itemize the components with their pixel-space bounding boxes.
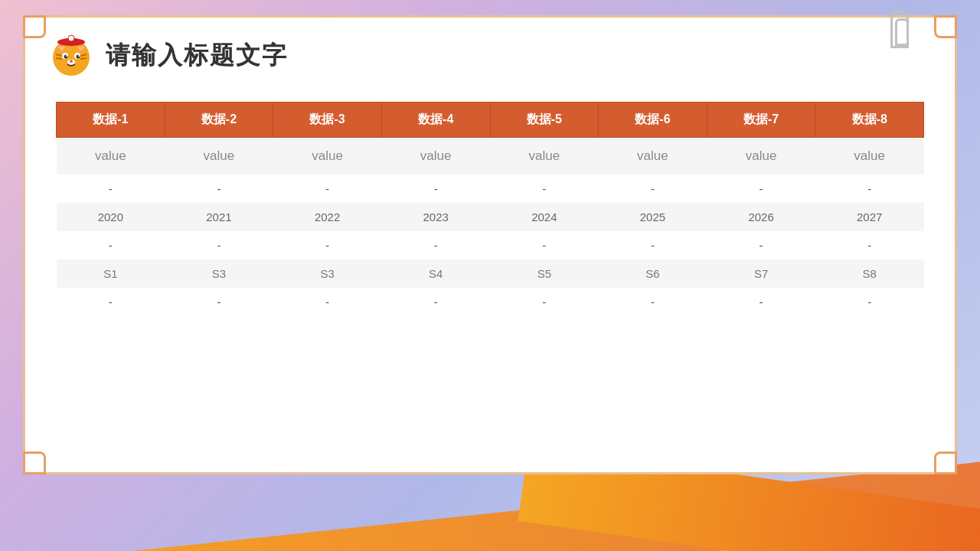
table-header-cell: 数据-5 (490, 103, 599, 138)
svg-point-8 (66, 55, 67, 57)
table-cell: 2026 (707, 203, 815, 231)
data-table: 数据-1数据-2数据-3数据-4数据-5数据-6数据-7数据-8 valueva… (56, 102, 924, 316)
table-header-cell: 数据-2 (165, 103, 273, 138)
table-cell: - (815, 288, 924, 316)
table-cell: - (165, 231, 273, 259)
table-cell: - (490, 174, 599, 203)
table-cell: - (165, 174, 273, 203)
table-cell: - (599, 288, 707, 316)
table-cell: - (381, 174, 490, 203)
svg-point-9 (78, 55, 80, 57)
table-cell: 2025 (599, 203, 707, 231)
table-cell: S8 (815, 259, 924, 288)
paperclip-decoration (890, 10, 909, 48)
table-cell: value (815, 138, 924, 175)
svg-line-13 (56, 58, 62, 59)
table-cell: - (490, 288, 599, 316)
corner-decoration-br (934, 452, 957, 474)
svg-point-11 (70, 60, 73, 63)
page-title: 请输入标题文字 (106, 39, 288, 73)
corner-decoration-tr (934, 15, 957, 38)
table-cell: value (490, 138, 599, 175)
table-header-row: 数据-1数据-2数据-3数据-4数据-5数据-6数据-7数据-8 (57, 103, 924, 138)
table-cell: - (815, 174, 924, 203)
table-cell: - (273, 288, 382, 316)
card-header: 请输入标题文字 (48, 33, 932, 79)
svg-point-6 (64, 55, 68, 59)
table-cell: S3 (273, 259, 382, 288)
table-cell: S3 (165, 259, 273, 288)
table-cell: - (165, 288, 273, 316)
data-table-container: 数据-1数据-2数据-3数据-4数据-5数据-6数据-7数据-8 valueva… (56, 102, 924, 316)
table-header-cell: 数据-3 (273, 103, 382, 138)
corner-decoration-tl (23, 15, 46, 38)
table-cell: 2023 (381, 203, 490, 231)
table-cell: - (707, 288, 815, 316)
table-header-cell: 数据-7 (707, 103, 815, 138)
table-cell: - (599, 174, 707, 203)
table-cell: - (707, 174, 815, 203)
table-row: -------- (57, 288, 924, 316)
table-cell: value (273, 138, 382, 175)
svg-point-3 (68, 35, 74, 41)
svg-line-15 (80, 58, 87, 59)
table-cell: value (165, 138, 273, 175)
table-header-cell: 数据-6 (599, 103, 707, 138)
table-cell: 2027 (815, 203, 924, 231)
table-cell: 2021 (165, 203, 273, 231)
table-cell: - (57, 174, 165, 203)
table-row: valuevaluevaluevaluevaluevaluevaluevalue (57, 138, 924, 175)
table-cell: S7 (707, 259, 815, 288)
table-cell: - (273, 174, 382, 203)
table-cell: 2020 (57, 203, 165, 231)
table-cell: - (815, 231, 924, 259)
table-cell: value (707, 138, 815, 175)
table-cell: value (599, 138, 707, 175)
table-cell: S4 (381, 259, 490, 288)
table-cell: S1 (57, 259, 165, 288)
table-row: S1S3S3S4S5S6S7S8 (57, 259, 924, 288)
tiger-icon (48, 33, 94, 79)
table-cell: 2024 (490, 203, 599, 231)
table-cell: value (57, 138, 165, 175)
svg-point-7 (77, 55, 80, 59)
table-cell: - (273, 231, 382, 259)
table-cell: - (381, 231, 490, 259)
table-cell: - (381, 288, 490, 316)
table-cell: - (57, 288, 165, 316)
table-header-cell: 数据-8 (815, 103, 924, 138)
table-cell: - (707, 231, 815, 259)
table-row: -------- (57, 174, 924, 203)
table-header-cell: 数据-4 (381, 103, 490, 138)
table-row: -------- (57, 231, 924, 259)
table-cell: - (599, 231, 707, 259)
table-header-cell: 数据-1 (57, 103, 165, 138)
table-cell: value (381, 138, 490, 175)
table-cell: S6 (599, 259, 707, 288)
corner-decoration-bl (23, 452, 46, 474)
main-card: 请输入标题文字 数据-1数据-2数据-3数据-4数据-5数据-6数据-7数据-8… (23, 15, 957, 474)
table-cell: - (57, 231, 165, 259)
table-cell: 2022 (273, 203, 382, 231)
table-row: 20202021202220232024202520262027 (57, 203, 924, 231)
table-cell: - (490, 231, 599, 259)
table-cell: S5 (490, 259, 599, 288)
